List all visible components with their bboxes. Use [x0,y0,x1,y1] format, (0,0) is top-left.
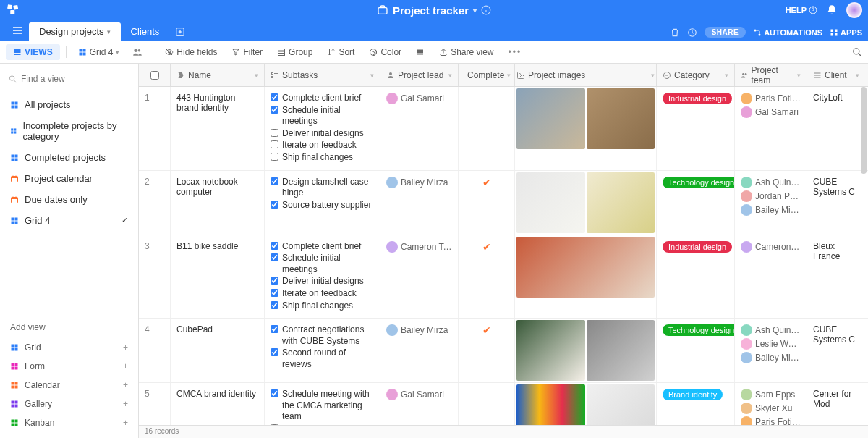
project-image-thumb[interactable] [587,88,655,149]
cell-name[interactable]: CMCA brand identity [171,383,265,425]
cell-name[interactable]: 443 Huntington brand identity [171,87,265,170]
more-button[interactable]: ••• [503,44,528,60]
subtask-checkbox[interactable] [271,325,278,333]
view-search[interactable] [0,70,138,88]
cell-images[interactable] [515,87,657,170]
cell-lead[interactable]: Bailey Mirza [380,171,459,235]
people-icon[interactable] [132,47,142,57]
color-button[interactable]: Color [363,44,407,60]
subtask-item[interactable]: Iterate on feedback [271,140,374,151]
subtask-checkbox[interactable] [271,389,278,397]
subtask-item[interactable]: Ship final changes [271,300,374,312]
add-view-form[interactable]: Form+ [0,357,138,376]
subtask-item[interactable]: Schedule initial meetings [271,253,374,275]
cell-category[interactable]: Industrial design [657,87,735,170]
trash-icon[interactable] [670,28,680,38]
add-view-kanban[interactable]: Kanban+ [0,413,138,432]
team-member[interactable]: Leslie Walker [741,338,801,350]
add-view-calendar[interactable]: Calendar+ [0,376,138,395]
tab-design-projects[interactable]: Design projects ▾ [29,22,121,41]
cell-client[interactable]: CUBE Systems C [807,319,865,382]
cell-category[interactable]: Industrial design [657,235,735,319]
cell-lead[interactable]: Gal Samari [380,87,459,170]
bell-icon[interactable] [826,4,838,16]
subtask-checkbox[interactable] [271,277,278,285]
cell-client[interactable]: Center for Mod [807,383,865,425]
subtask-checkbox[interactable] [271,93,278,101]
subtask-item[interactable]: Iterate on feedback [271,288,374,300]
subtask-item[interactable]: Schedule initial meetings [271,105,374,127]
sidebar-view-item[interactable]: Completed projects [0,147,138,168]
column-images[interactable]: Project images▾ [515,64,657,86]
cell-category[interactable]: Brand identity [657,383,735,425]
team-member[interactable]: Cameron Toth [741,241,801,253]
subtask-item[interactable]: Design clamshell case hinge [271,177,374,199]
team-member[interactable]: Sam Epps [741,389,801,400]
table-row[interactable]: 4 CubePad Contract negotiations with CUB… [139,319,868,383]
project-image-thumb[interactable] [587,172,655,233]
subtask-checkbox[interactable] [271,201,278,209]
column-client[interactable]: Client▾ [807,64,865,86]
cell-name[interactable]: B11 bike saddle [171,235,265,319]
sidebar-view-item[interactable]: Incomplete projects by category [0,115,138,147]
hide-fields-button[interactable]: Hide fields [159,44,223,60]
table-row[interactable]: 3 B11 bike saddle Complete client briefS… [139,235,868,319]
team-member[interactable]: Skyler Xu [741,403,801,414]
app-logo[interactable] [6,3,20,17]
automations-button[interactable]: AUTOMATIONS [753,28,822,37]
scrollbar[interactable] [861,87,867,174]
sidebar-view-item[interactable]: Grid 4✓ [0,210,138,231]
team-member[interactable]: Bailey Mirza [741,204,801,216]
cell-client[interactable]: CityLoft [807,87,865,170]
add-table-button[interactable] [169,23,191,41]
subtask-item[interactable]: Complete client brief [271,241,374,253]
filter-button[interactable]: Filter [226,44,268,60]
column-name[interactable]: Name▾ [171,64,265,86]
project-image-thumb[interactable] [587,384,655,425]
table-row[interactable]: 5 CMCA brand identity Schedule meeting w… [139,383,868,425]
team-member[interactable]: Paris Fotiou [741,93,801,104]
team-member[interactable]: Ash Quintana [741,177,801,188]
subtask-item[interactable]: Source battery supplier [271,200,374,211]
view-search-input[interactable] [21,74,129,84]
team-member[interactable]: Bailey Mirza [741,352,801,363]
search-icon[interactable] [852,47,862,57]
subtask-checkbox[interactable] [271,140,278,148]
cell-images[interactable] [515,319,657,382]
cell-images[interactable] [515,171,657,235]
tab-clients[interactable]: Clients [121,22,170,41]
cell-lead[interactable]: Bailey Mirza [380,319,459,382]
cell-lead[interactable]: Cameron Toth [380,235,459,319]
cell-images[interactable] [515,235,657,319]
subtask-checkbox[interactable] [271,129,278,137]
cell-name[interactable]: Locax notebook computer [171,171,265,235]
views-button[interactable]: VIEWS [6,44,60,60]
project-image-thumb[interactable] [587,320,655,381]
subtask-checkbox[interactable] [271,106,278,114]
cell-complete[interactable] [459,87,515,170]
group-button[interactable]: Group [271,44,318,60]
subtask-item[interactable]: Ship final changes [271,152,374,164]
subtask-item[interactable]: Complete client brief [271,93,374,104]
subtask-checkbox[interactable] [271,289,278,297]
cell-name[interactable]: CubePad [171,319,265,382]
table-row[interactable]: 1 443 Huntington brand identity Complete… [139,87,868,171]
cell-complete[interactable]: ✔ [459,235,515,319]
subtask-checkbox[interactable] [271,177,278,185]
subtask-checkbox[interactable] [271,242,278,250]
user-avatar[interactable] [846,2,862,18]
chevron-down-icon[interactable]: ▾ [473,7,477,14]
add-view-grid[interactable]: Grid+ [0,338,138,357]
team-member[interactable]: Ash Quintana [741,324,801,336]
add-view-gallery[interactable]: Gallery+ [0,395,138,413]
info-icon[interactable] [481,5,491,15]
subtask-item[interactable]: Schedule meeting with the CMCA marketing… [271,389,374,423]
sidebar-view-item[interactable]: Due dates only [0,189,138,210]
cell-images[interactable] [515,383,657,425]
cell-complete[interactable]: ✔ [459,319,515,382]
sidebar-view-item[interactable]: Project calendar [0,168,138,189]
subtask-item[interactable]: Second round of reviews [271,348,374,370]
cell-client[interactable]: Bleux France [807,235,865,319]
subtask-checkbox[interactable] [271,348,278,356]
column-category[interactable]: Category▾ [657,64,735,86]
